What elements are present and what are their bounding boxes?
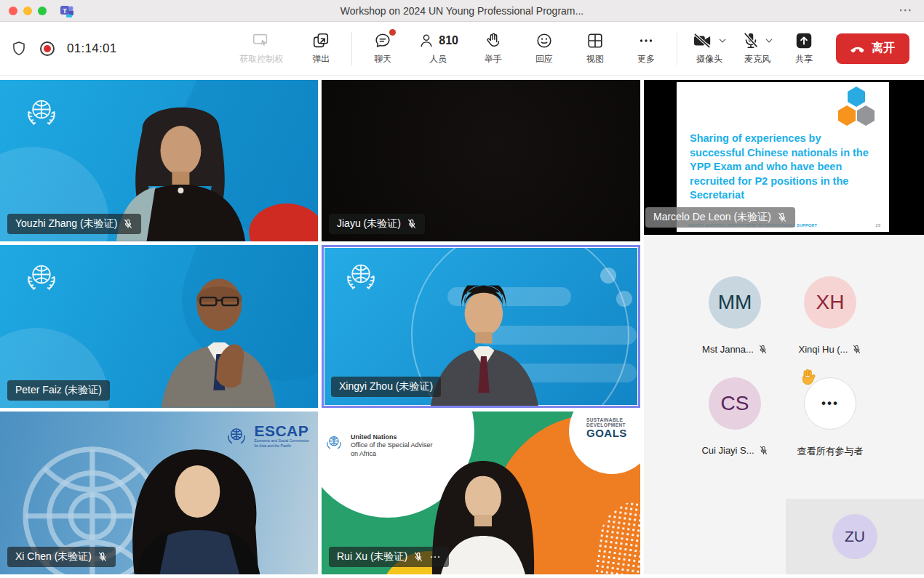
nametag: Youzhi Zhang (未验证) bbox=[7, 214, 141, 234]
raise-hand-icon bbox=[484, 31, 503, 50]
chat-button[interactable]: 聊天 bbox=[367, 31, 399, 65]
slide-hexagon-logo bbox=[834, 85, 879, 127]
self-video-tile[interactable]: ZU bbox=[786, 499, 924, 574]
raise-hand-button[interactable]: 举手 bbox=[477, 31, 509, 65]
popout-icon bbox=[311, 31, 330, 50]
avatar-initials: MM bbox=[718, 291, 752, 314]
meeting-timer: 01:14:01 bbox=[67, 41, 117, 56]
nametag: Rui Xu (未验证) ⋯ bbox=[329, 547, 449, 567]
tile-more-icon[interactable]: ⋯ bbox=[429, 550, 441, 563]
hangup-phone-icon bbox=[851, 41, 865, 56]
raised-hand-emoji-icon bbox=[798, 367, 819, 388]
view-all-label-text: 查看所有参与者 bbox=[797, 445, 864, 458]
grid-view-icon bbox=[586, 31, 605, 50]
avatar-cui-jiayi[interactable]: CS bbox=[709, 377, 761, 430]
avatar-mst-janna[interactable]: MM bbox=[709, 276, 761, 329]
participant-label-xinqi-hu: Xinqi Hu (... bbox=[772, 344, 888, 355]
camera-chevron-down-icon[interactable] bbox=[718, 36, 727, 45]
slide-page-number: 29 bbox=[875, 223, 880, 228]
participant-name: Xinqi Hu (... bbox=[799, 344, 848, 355]
chat-notification-dot bbox=[389, 29, 396, 36]
screen-share-tile-marcelo[interactable]: Sharing of experiences by successful Chi… bbox=[644, 80, 924, 235]
meeting-status: 01:14:01 bbox=[10, 39, 117, 58]
titlebar: T Workshop on 2024 UN Young Professional… bbox=[0, 0, 924, 22]
nametag: Xi Chen (未验证) bbox=[7, 547, 116, 567]
muted-mic-icon bbox=[758, 345, 768, 354]
leave-button-label: 离开 bbox=[872, 41, 895, 56]
recording-indicator-icon bbox=[39, 40, 56, 57]
nametag: Peter Faiz (未验证) bbox=[7, 380, 110, 401]
avatar-initials: CS bbox=[721, 392, 749, 415]
slide-title: Sharing of experiences by successful Chi… bbox=[690, 132, 873, 203]
participant-name: Marcelo De Leon (未验证) bbox=[653, 211, 771, 224]
participant-name: Cui Jiayi S... bbox=[701, 445, 754, 456]
camera-off-icon bbox=[692, 32, 714, 49]
video-tile-rui-xu[interactable]: United Nations Office of the Special Adv… bbox=[322, 412, 640, 574]
participant-name: Jiayu (未验证) bbox=[337, 217, 401, 230]
muted-mic-icon bbox=[852, 345, 861, 354]
meeting-toolbar: 01:14:01 获取控制权 bbox=[0, 22, 924, 76]
avatar-initials: ZU bbox=[845, 528, 865, 545]
window-more-icon[interactable]: ⋯ bbox=[899, 1, 912, 18]
participant-name: Youzhi Zhang (未验证) bbox=[15, 217, 117, 230]
participant-name: Rui Xu (未验证) bbox=[337, 550, 407, 563]
video-tile-peter-faiz[interactable]: Peter Faiz (未验证) bbox=[0, 245, 318, 408]
mic-off-icon bbox=[741, 31, 760, 50]
participant-count: 810 bbox=[439, 34, 458, 47]
muted-mic-icon bbox=[777, 212, 787, 222]
muted-mic-icon bbox=[123, 219, 133, 229]
people-button[interactable]: 810 人员 bbox=[418, 31, 458, 65]
mic-chevron-down-icon[interactable] bbox=[765, 36, 773, 45]
nametag: Jiayu (未验证) bbox=[329, 214, 425, 234]
take-control-button: 获取控制权 bbox=[239, 31, 283, 65]
view-button[interactable]: 视图 bbox=[579, 31, 611, 65]
smiley-react-icon bbox=[535, 31, 554, 50]
muted-mic-icon bbox=[407, 219, 417, 229]
react-button[interactable]: 回应 bbox=[528, 31, 560, 65]
meeting-window: T Workshop on 2024 UN Young Professional… bbox=[0, 0, 924, 578]
avatar-initials: XH bbox=[816, 291, 845, 314]
popout-button[interactable]: 弹出 bbox=[305, 31, 337, 65]
video-tile-xi-chen[interactable]: ESCAP Economic and Social Commission for… bbox=[0, 412, 318, 574]
muted-mic-icon bbox=[759, 446, 768, 455]
ellipsis-icon: ••• bbox=[821, 396, 839, 411]
people-icon bbox=[418, 31, 435, 50]
more-button[interactable]: 更多 bbox=[630, 31, 662, 65]
participant-name: Xi Chen (未验证) bbox=[15, 550, 92, 563]
leave-button[interactable]: 离开 bbox=[836, 33, 909, 64]
nametag: Marcelo De Leon (未验证) bbox=[645, 207, 795, 228]
camera-button[interactable]: 摄像头 bbox=[692, 31, 727, 65]
share-button[interactable]: 共享 bbox=[788, 31, 820, 65]
participant-name: Mst Janna... bbox=[702, 344, 754, 355]
mic-button[interactable]: 麦克风 bbox=[741, 31, 773, 65]
self-avatar: ZU bbox=[832, 514, 877, 559]
security-shield-icon bbox=[10, 39, 28, 58]
take-control-icon bbox=[252, 31, 271, 50]
video-tile-jiayu[interactable]: Jiayu (未验证) bbox=[322, 80, 640, 241]
video-tile-xingyi-zhou-speaking[interactable]: Xingyi Zhou (未验证) bbox=[322, 245, 640, 408]
nametag: Xingyi Zhou (未验证) bbox=[331, 377, 441, 397]
avatar-xinqi-hu[interactable]: XH bbox=[804, 276, 856, 329]
muted-mic-icon bbox=[413, 552, 423, 562]
participants-overflow-panel: MM XH CS ••• Mst Janna... Xinqi Hu (... bbox=[644, 235, 924, 574]
share-screen-icon bbox=[794, 31, 813, 50]
participant-name: Peter Faiz (未验证) bbox=[15, 384, 102, 397]
window-title: Workshop on 2024 UN Young Professional P… bbox=[0, 0, 924, 22]
video-tile-youzhi-zhang[interactable]: Youzhi Zhang (未验证) bbox=[0, 80, 318, 241]
participant-name: Xingyi Zhou (未验证) bbox=[339, 380, 433, 393]
muted-mic-icon bbox=[97, 552, 108, 562]
view-all-participants-label[interactable]: 查看所有参与者 bbox=[768, 445, 892, 458]
more-ellipsis-icon bbox=[637, 31, 656, 50]
